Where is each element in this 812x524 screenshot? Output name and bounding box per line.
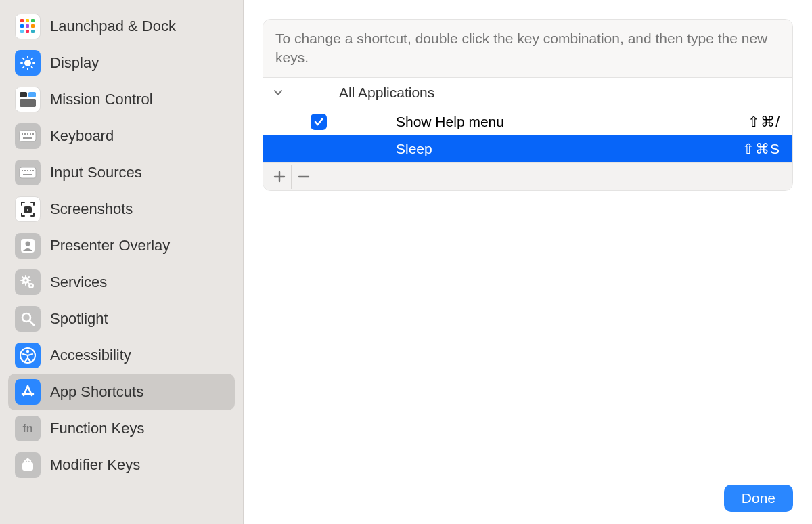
add-shortcut-button[interactable] xyxy=(267,165,292,189)
panel-instruction: To change a shortcut, double click the k… xyxy=(263,20,792,78)
sidebar-item-screenshots[interactable]: Screenshots xyxy=(8,191,235,227)
svg-rect-6 xyxy=(20,30,24,33)
svg-rect-14 xyxy=(22,133,23,135)
shortcut-name: Show Help menu xyxy=(396,114,738,130)
done-button[interactable]: Done xyxy=(724,485,793,512)
shortcut-name: Sleep xyxy=(396,141,733,157)
svg-rect-10 xyxy=(20,92,27,97)
checkbox-placeholder xyxy=(311,141,327,157)
svg-rect-25 xyxy=(32,170,34,171)
svg-rect-17 xyxy=(30,133,31,135)
function-keys-icon: fn xyxy=(15,416,41,441)
footer-area: Done xyxy=(263,475,793,512)
shortcut-row[interactable]: Show Help menu⇧⌘/ xyxy=(263,108,792,135)
sidebar-item-label: Display xyxy=(50,54,99,72)
input-sources-icon xyxy=(15,160,41,185)
sidebar-item-label: Function Keys xyxy=(50,420,144,437)
svg-rect-24 xyxy=(30,170,31,171)
chevron-down-icon[interactable] xyxy=(271,86,285,100)
svg-rect-18 xyxy=(32,133,34,135)
svg-rect-38 xyxy=(22,462,33,471)
sidebar-item-label: Presenter Overlay xyxy=(50,237,170,255)
svg-rect-19 xyxy=(23,137,32,139)
app-shortcuts-icon xyxy=(15,379,41,405)
svg-rect-0 xyxy=(20,19,24,22)
sidebar-item-app-shortcuts[interactable]: App Shortcuts xyxy=(8,374,235,410)
spotlight-icon xyxy=(15,306,41,332)
sidebar-item-label: Spotlight xyxy=(50,310,108,328)
svg-rect-21 xyxy=(22,170,23,171)
main-content: To change a shortcut, double click the k… xyxy=(244,0,812,524)
sidebar-item-spotlight[interactable]: Spotlight xyxy=(8,301,235,337)
sidebar-item-mission-control[interactable]: Mission Control xyxy=(8,81,235,118)
svg-rect-20 xyxy=(20,167,36,178)
svg-rect-22 xyxy=(24,170,26,171)
sidebar-item-label: App Shortcuts xyxy=(50,383,143,401)
svg-rect-12 xyxy=(20,99,36,107)
svg-point-9 xyxy=(25,60,30,66)
launchpad-icon xyxy=(15,14,41,39)
svg-rect-15 xyxy=(24,133,26,135)
display-icon xyxy=(15,50,41,76)
svg-point-34 xyxy=(30,285,32,287)
svg-point-32 xyxy=(24,279,27,282)
svg-rect-13 xyxy=(20,131,36,141)
svg-rect-26 xyxy=(23,174,32,175)
svg-rect-11 xyxy=(28,92,36,97)
sidebar-item-label: Launchpad & Dock xyxy=(50,18,176,35)
sidebar-item-label: Input Sources xyxy=(50,164,142,181)
svg-rect-5 xyxy=(31,24,35,28)
sidebar-item-presenter-overlay[interactable]: Presenter Overlay xyxy=(8,227,235,264)
sidebar-item-label: Mission Control xyxy=(50,91,153,108)
shortcut-keys[interactable]: ⇧⌘S xyxy=(742,141,780,157)
keyboard-icon xyxy=(15,123,41,149)
sidebar-item-label: Keyboard xyxy=(50,127,114,145)
sidebar-item-launchpad-dock[interactable]: Launchpad & Dock xyxy=(8,8,235,45)
sidebar-item-label: Modifier Keys xyxy=(50,456,140,474)
services-icon xyxy=(15,269,41,295)
sidebar-item-keyboard[interactable]: Keyboard xyxy=(8,118,235,154)
shortcut-keys[interactable]: ⇧⌘/ xyxy=(748,114,780,130)
svg-rect-4 xyxy=(26,24,29,28)
sidebar-item-modifier-keys[interactable]: Modifier Keys xyxy=(8,447,235,483)
shortcuts-panel: To change a shortcut, double click the k… xyxy=(263,19,793,191)
shortcut-row[interactable]: Sleep⇧⌘S xyxy=(263,135,792,162)
sidebar: Launchpad & Dock Display Mission Control… xyxy=(0,0,244,524)
svg-rect-3 xyxy=(20,24,24,28)
modifier-keys-icon xyxy=(15,452,41,478)
svg-point-37 xyxy=(26,350,29,353)
sidebar-item-input-sources[interactable]: Input Sources xyxy=(8,154,235,191)
presenter-overlay-icon xyxy=(15,233,41,259)
svg-point-30 xyxy=(26,242,30,246)
svg-rect-23 xyxy=(27,170,28,171)
svg-point-28 xyxy=(26,209,29,211)
sidebar-item-label: Screenshots xyxy=(50,200,133,218)
svg-rect-2 xyxy=(31,19,35,22)
svg-rect-1 xyxy=(26,19,29,22)
shortcut-enabled-checkbox[interactable] xyxy=(311,114,327,130)
shortcut-group-row[interactable]: All Applications xyxy=(263,78,792,108)
svg-rect-7 xyxy=(26,30,29,33)
remove-shortcut-button[interactable] xyxy=(292,165,316,189)
sidebar-item-label: Accessibility xyxy=(50,347,131,364)
group-label: All Applications xyxy=(339,85,434,101)
mission-control-icon xyxy=(15,87,41,112)
screenshots-icon xyxy=(15,196,41,222)
sidebar-item-accessibility[interactable]: Accessibility xyxy=(8,337,235,374)
sidebar-item-label: Services xyxy=(50,274,107,291)
sidebar-item-function-keys[interactable]: fnFunction Keys xyxy=(8,410,235,447)
sidebar-item-services[interactable]: Services xyxy=(8,264,235,301)
panel-footer xyxy=(263,162,792,190)
accessibility-icon xyxy=(15,343,41,368)
svg-rect-16 xyxy=(27,133,28,135)
svg-rect-8 xyxy=(31,30,35,33)
sidebar-item-display[interactable]: Display xyxy=(8,45,235,81)
